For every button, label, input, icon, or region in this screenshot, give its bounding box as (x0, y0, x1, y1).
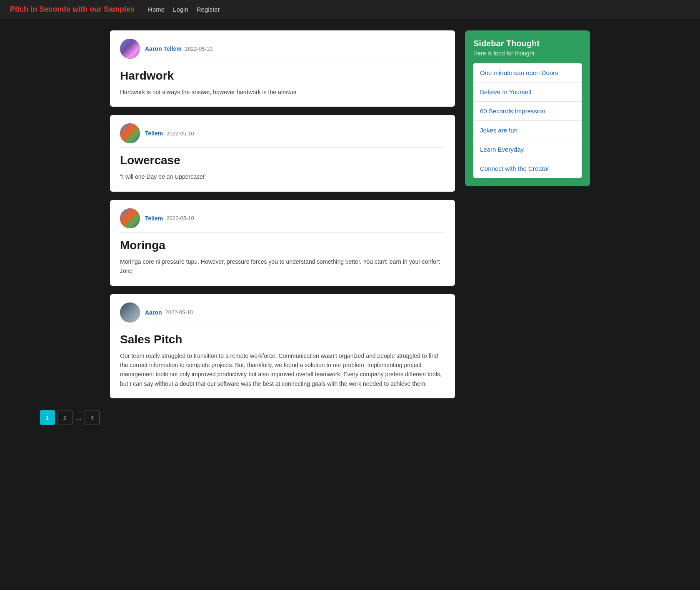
post-card: Tellem 2022-05-10 Lowercase "I will one … (110, 115, 455, 191)
page-button-4[interactable]: 4 (85, 410, 100, 425)
post-date: 2022-05-10 (166, 215, 194, 221)
post-title: Moringa (120, 239, 445, 252)
navbar-links: HomeLoginRegister (148, 6, 220, 13)
post-meta: Tellem 2022-05-10 (120, 123, 445, 143)
post-author[interactable]: Tellem (145, 130, 163, 137)
sidebar: Sidebar Thought Here is food for thought… (465, 30, 590, 186)
post-date: 2022-05-10 (165, 309, 193, 315)
post-author-info: Aaron 2022-05-10 (145, 309, 193, 316)
post-author[interactable]: Aaron (145, 309, 162, 316)
page-container: Aaron Tellem 2022-05-10 Hardwork Hardwor… (100, 30, 600, 398)
post-excerpt: Hardwork is not always the answer, howev… (120, 88, 445, 97)
sidebar-list-item[interactable]: 60 Seconds Impression (473, 102, 582, 121)
sidebar-list-item[interactable]: Jokes are fun (473, 121, 582, 140)
post-excerpt: Our team really struggled to transition … (120, 351, 445, 389)
post-card: Tellem 2022-05-10 Moringa Moringa core n… (110, 200, 455, 286)
post-author-info: Aaron Tellem 2022-05-10 (145, 45, 212, 52)
sidebar-list: One minute can open DoorsBelieve In Your… (473, 63, 582, 178)
post-card: Aaron 2022-05-10 Sales Pitch Our team re… (110, 294, 455, 399)
sidebar-list-item[interactable]: One minute can open Doors (473, 63, 582, 82)
navbar-link-home[interactable]: Home (148, 6, 165, 13)
post-excerpt: Moringa core ni pressure tupu. However, … (120, 257, 445, 276)
post-meta: Aaron 2022-05-10 (120, 302, 445, 322)
post-divider (120, 148, 445, 148)
posts-column: Aaron Tellem 2022-05-10 Hardwork Hardwor… (110, 30, 455, 398)
post-date: 2022-05-10 (185, 46, 213, 52)
avatar (120, 208, 140, 228)
post-card: Aaron Tellem 2022-05-10 Hardwork Hardwor… (110, 30, 455, 107)
avatar (120, 39, 140, 59)
post-title: Hardwork (120, 69, 445, 82)
navbar-link-login[interactable]: Login (173, 6, 188, 13)
sidebar-list-item[interactable]: Believe In Yourself (473, 82, 582, 102)
avatar (120, 302, 140, 322)
page-button-1[interactable]: 1 (40, 410, 55, 425)
pagination-dots: ... (75, 414, 82, 421)
post-date: 2022-05-10 (166, 130, 194, 137)
navbar: Pitch in Seconds with our Samples HomeLo… (0, 0, 700, 19)
post-author[interactable]: Aaron Tellem (145, 45, 182, 52)
navbar-brand[interactable]: Pitch in Seconds with our Samples (10, 5, 135, 14)
post-divider (120, 63, 445, 63)
post-divider (120, 232, 445, 233)
page-button-2[interactable]: 2 (58, 410, 72, 425)
post-author-info: Tellem 2022-05-10 (145, 130, 194, 137)
post-author[interactable]: Tellem (145, 215, 163, 222)
avatar (120, 123, 140, 143)
pagination: 12...4 (40, 410, 700, 425)
post-excerpt: "I will one Day be an Uppercase!" (120, 172, 445, 181)
post-title: Lowercase (120, 154, 445, 167)
post-title: Sales Pitch (120, 333, 445, 346)
sidebar-card: Sidebar Thought Here is food for thought… (465, 30, 590, 186)
sidebar-list-item[interactable]: Learn Everyday (473, 140, 582, 159)
sidebar-list-item[interactable]: Connect with the Creator (473, 159, 582, 178)
sidebar-title: Sidebar Thought (473, 39, 582, 48)
post-divider (120, 327, 445, 327)
post-meta: Tellem 2022-05-10 (120, 208, 445, 228)
post-author-info: Tellem 2022-05-10 (145, 215, 194, 222)
navbar-link-register[interactable]: Register (197, 6, 220, 13)
sidebar-subtitle: Here is food for thought (473, 50, 582, 57)
post-meta: Aaron Tellem 2022-05-10 (120, 39, 445, 59)
